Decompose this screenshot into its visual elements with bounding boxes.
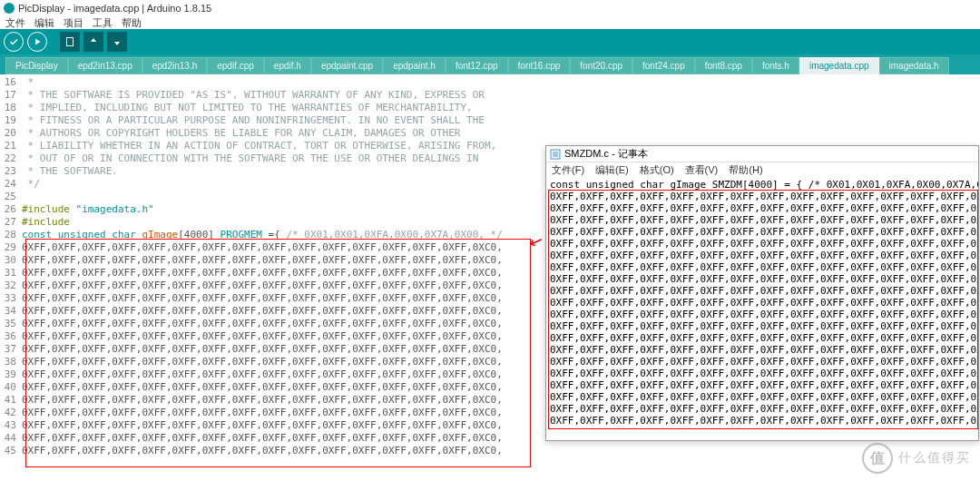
toolbar: [0, 29, 980, 54]
tab-font16.cpp[interactable]: font16.cpp: [508, 57, 571, 74]
tab-epd2in13.h[interactable]: epd2in13.h: [142, 57, 208, 74]
tab-font12.cpp[interactable]: font12.cpp: [446, 57, 508, 74]
tab-imagedata.h[interactable]: imagedata.h: [879, 57, 949, 74]
upload-button[interactable]: [27, 32, 47, 52]
tab-font8.cpp[interactable]: font8.cpp: [695, 57, 752, 74]
save-button[interactable]: [107, 32, 127, 52]
menu-item[interactable]: 帮助: [122, 16, 142, 29]
notepad-window[interactable]: SMZDM.c - 记事本 文件(F)编辑(E)格式(O)查看(V)帮助(H) …: [545, 145, 979, 441]
tab-PicDisplay[interactable]: PicDisplay: [5, 57, 68, 74]
tab-fonts.h[interactable]: fonts.h: [752, 57, 799, 74]
tab-bar: PicDisplayepd2in13.cppepd2in13.hepdif.cp…: [0, 54, 980, 74]
watermark-text: 什么值得买: [898, 450, 971, 466]
svg-rect-0: [67, 38, 74, 46]
code-line: 18 * IMPLIED, INCLUDING BUT NOT LIMITED …: [0, 102, 980, 114]
code-line: 17 * THE SOFTWARE IS PROVIDED "AS IS", W…: [0, 89, 980, 102]
code-line: 20 * AUTHORS OR COPYRIGHT HOLDERS BE LIA…: [0, 127, 980, 140]
watermark-badge: 值: [862, 443, 893, 474]
tab-font20.cpp[interactable]: font20.cpp: [570, 57, 632, 74]
code-line: 16 *: [0, 76, 980, 89]
notepad-body[interactable]: const unsigned char gImage_SMZDM[4000] =…: [546, 177, 978, 428]
open-button[interactable]: [83, 32, 103, 52]
notepad-menu-item[interactable]: 文件(F): [552, 163, 584, 177]
arduino-icon: [4, 3, 15, 14]
menu-item[interactable]: 项目: [64, 16, 83, 29]
tab-epdif.cpp[interactable]: epdif.cpp: [207, 57, 264, 74]
tab-epd2in13.cpp[interactable]: epd2in13.cpp: [68, 57, 142, 74]
tab-font24.cpp[interactable]: font24.cpp: [632, 57, 695, 74]
notepad-menubar: 文件(F)编辑(E)格式(O)查看(V)帮助(H): [546, 162, 978, 177]
window-title: PicDisplay - imagedata.cpp | Arduino 1.8…: [18, 3, 211, 14]
tab-epdpaint.cpp[interactable]: epdpaint.cpp: [311, 57, 383, 74]
notepad-icon: [550, 149, 561, 160]
tab-epdpaint.h[interactable]: epdpaint.h: [383, 57, 446, 74]
code-line: 19 * FITNESS OR A PARTICULAR PURPOSE AND…: [0, 114, 980, 127]
notepad-title: SMZDM.c - 记事本: [564, 147, 648, 161]
tab-imagedata.cpp[interactable]: imagedata.cpp: [799, 57, 879, 74]
tab-epdif.h[interactable]: epdif.h: [264, 57, 311, 74]
new-button[interactable]: [60, 32, 80, 52]
notepad-menu-item[interactable]: 帮助(H): [729, 163, 762, 177]
menu-item[interactable]: 编辑: [34, 16, 54, 29]
window-titlebar: PicDisplay - imagedata.cpp | Arduino 1.8…: [0, 0, 980, 16]
watermark: 值 什么值得买: [862, 443, 971, 474]
verify-button[interactable]: [4, 32, 24, 52]
menu-item[interactable]: 工具: [93, 16, 113, 29]
notepad-menu-item[interactable]: 查看(V): [685, 163, 719, 177]
menubar: 文件编辑项目工具帮助: [0, 16, 980, 29]
menu-item[interactable]: 文件: [5, 16, 25, 29]
notepad-titlebar: SMZDM.c - 记事本: [546, 146, 978, 162]
notepad-menu-item[interactable]: 编辑(E): [595, 163, 629, 177]
notepad-menu-item[interactable]: 格式(O): [640, 163, 674, 177]
code-line: 450XFF,0XFF,0XFF,0XFF,0XFF,0XFF,0XFF,0XF…: [0, 445, 980, 457]
